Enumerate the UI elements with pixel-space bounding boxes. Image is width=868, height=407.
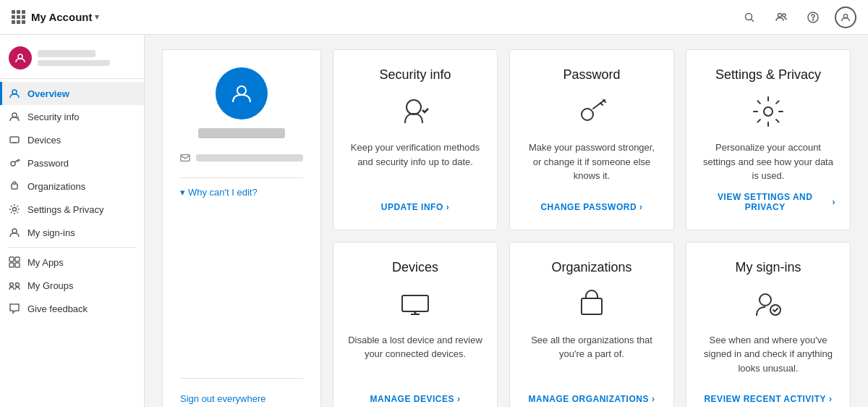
svg-point-24 xyxy=(407,100,421,114)
card-title: My sign-ins xyxy=(735,260,801,275)
grid-icon[interactable] xyxy=(12,10,25,24)
sidebar-user-name xyxy=(38,50,95,57)
settings-privacy-icon xyxy=(9,204,20,215)
sidebar-item-label: Password xyxy=(27,158,69,169)
sidebar-item-label: Overview xyxy=(27,88,69,99)
svg-point-2 xyxy=(778,13,782,17)
svg-point-32 xyxy=(760,294,771,306)
sidebar-user-info xyxy=(38,50,110,66)
sidebar-item-label: Organizations xyxy=(27,181,85,192)
sidebar-item-give-feedback[interactable]: Give feedback xyxy=(0,297,144,320)
content-area: ▾ Why can't I edit? Sign out everywhere … xyxy=(145,35,868,407)
my-apps-icon xyxy=(9,256,20,268)
sidebar-item-security-info[interactable]: Security info xyxy=(0,105,144,128)
help-icon[interactable] xyxy=(803,7,823,28)
profile-bottom-divider xyxy=(180,378,303,379)
sidebar-item-my-groups[interactable]: My Groups xyxy=(0,274,144,297)
sign-ins-icon xyxy=(9,227,20,238)
sidebar-item-overview[interactable]: Overview xyxy=(0,82,144,105)
svg-rect-23 xyxy=(181,155,190,161)
overview-main: ▾ Why can't I edit? Sign out everywhere … xyxy=(162,49,851,407)
change-password-action[interactable]: CHANGE PASSWORD › xyxy=(540,202,642,212)
card-security-info: Security info Keep your verification met… xyxy=(333,49,498,230)
manage-organizations-action[interactable]: MANAGE ORGANIZATIONS › xyxy=(529,394,655,404)
card-desc: See all the organizations that you're a … xyxy=(524,333,659,386)
password-icon xyxy=(9,157,20,169)
svg-point-25 xyxy=(582,109,593,120)
manage-devices-action[interactable]: MANAGE DEVICES › xyxy=(370,394,461,404)
card-devices: Devices Disable a lost device and review… xyxy=(333,242,498,408)
svg-rect-17 xyxy=(15,257,20,261)
review-recent-activity-action[interactable]: REVIEW RECENT ACTIVITY › xyxy=(704,394,832,404)
svg-point-7 xyxy=(18,54,22,59)
organizations-card-icon xyxy=(574,287,609,322)
sidebar-user-avatar xyxy=(9,46,32,70)
card-my-sign-ins: My sign-ins See when and where you've si… xyxy=(686,242,851,408)
sidebar: Overview Security info Devices xyxy=(0,35,145,407)
sidebar-divider xyxy=(9,247,135,248)
svg-point-26 xyxy=(764,107,773,116)
sidebar-item-label: Devices xyxy=(27,135,61,146)
app-title[interactable]: My Account ▾ xyxy=(31,11,99,23)
svg-point-14 xyxy=(13,208,17,211)
sidebar-item-label: My Groups xyxy=(27,280,74,291)
cards-grid: Security info Keep your verification met… xyxy=(333,49,851,407)
security-info-card-icon xyxy=(398,94,433,129)
svg-rect-19 xyxy=(15,263,20,267)
svg-point-8 xyxy=(12,90,17,94)
sidebar-item-settings-privacy[interactable]: Settings & Privacy xyxy=(0,198,144,221)
sidebar-item-my-sign-ins[interactable]: My sign-ins xyxy=(0,221,144,244)
svg-rect-31 xyxy=(582,298,602,314)
app-title-text: My Account xyxy=(31,11,92,23)
svg-point-9 xyxy=(12,113,17,117)
card-desc: Disable a lost device and review your co… xyxy=(348,333,482,386)
sidebar-item-my-apps[interactable]: My Apps xyxy=(0,251,144,274)
settings-privacy-card-icon xyxy=(751,94,786,129)
profile-email-row xyxy=(180,153,303,163)
card-organizations: Organizations See all the organizations … xyxy=(509,242,674,408)
app-title-chevron: ▾ xyxy=(95,12,99,22)
profile-card: ▾ Why can't I edit? Sign out everywhere xyxy=(162,49,321,407)
topbar-right xyxy=(739,7,856,28)
action-label: CHANGE PASSWORD xyxy=(540,202,637,212)
sidebar-user xyxy=(0,41,144,79)
people-icon[interactable] xyxy=(771,7,791,28)
profile-avatar-icon xyxy=(230,82,253,105)
topbar: My Account ▾ xyxy=(0,0,868,35)
card-title: Organizations xyxy=(551,260,631,275)
svg-point-20 xyxy=(10,283,14,287)
svg-rect-13 xyxy=(12,184,17,189)
search-icon[interactable] xyxy=(739,7,760,28)
profile-divider xyxy=(180,177,303,178)
sign-ins-card-icon xyxy=(751,287,786,322)
svg-point-3 xyxy=(783,14,786,17)
sidebar-item-organizations[interactable]: Organizations xyxy=(0,175,144,198)
action-label: REVIEW RECENT ACTIVITY xyxy=(704,394,826,404)
devices-card-icon xyxy=(398,287,433,322)
sidebar-item-password[interactable]: Password xyxy=(0,151,144,175)
user-avatar-ring[interactable] xyxy=(835,7,856,28)
sign-out-everywhere-link[interactable]: Sign out everywhere xyxy=(180,393,266,404)
profile-name-blur xyxy=(198,128,285,138)
card-settings-privacy: Settings & Privacy Personalize your acco… xyxy=(686,49,851,230)
sidebar-item-label: Security info xyxy=(27,112,80,122)
topbar-left: My Account ▾ xyxy=(12,10,99,24)
why-cant-edit-link[interactable]: ▾ Why can't I edit? xyxy=(180,187,258,198)
security-info-icon xyxy=(9,111,20,122)
action-label: MANAGE DEVICES xyxy=(370,394,454,404)
svg-rect-16 xyxy=(9,257,14,261)
my-groups-icon xyxy=(9,280,20,291)
sidebar-user-email xyxy=(38,60,110,66)
action-label: VIEW SETTINGS AND PRIVACY xyxy=(701,192,830,212)
svg-point-21 xyxy=(16,283,20,287)
update-info-action[interactable]: UPDATE INFO › xyxy=(381,202,449,212)
svg-point-0 xyxy=(746,13,752,20)
sidebar-item-devices[interactable]: Devices xyxy=(0,128,144,151)
view-settings-privacy-action[interactable]: VIEW SETTINGS AND PRIVACY › xyxy=(701,192,835,212)
card-title: Security info xyxy=(379,67,451,83)
svg-line-1 xyxy=(752,19,754,22)
svg-point-6 xyxy=(843,14,847,17)
main-layout: Overview Security info Devices xyxy=(0,35,868,407)
card-desc: Make your password stronger, or change i… xyxy=(524,140,659,193)
svg-rect-27 xyxy=(402,295,428,311)
